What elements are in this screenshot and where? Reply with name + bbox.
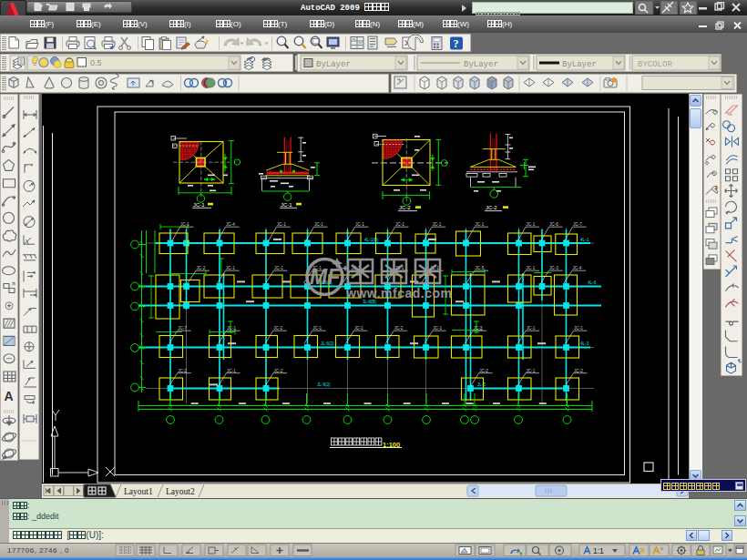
svg-text:?: ? (454, 37, 459, 50)
svg-text:JC-2: JC-2 (394, 326, 404, 331)
svg-text:0.5: 0.5 (90, 58, 102, 67)
svg-text:A: A (5, 389, 14, 403)
svg-text:JC-5: JC-5 (476, 266, 485, 270)
svg-text:JC-1: JC-1 (312, 326, 322, 331)
svg-text:JC-7: JC-7 (573, 222, 582, 227)
svg-text:JC-4: JC-4 (226, 222, 235, 227)
svg-text:JC-2: JC-2 (197, 266, 206, 270)
svg-text:4L-1(B): 4L-1(B) (364, 238, 379, 242)
svg-text:JC-1: JC-1 (314, 222, 323, 227)
svg-text:JC-2: JC-2 (178, 369, 187, 373)
svg-text:JC-1: JC-1 (274, 266, 283, 270)
svg-text:JC-1: JC-1 (227, 369, 236, 373)
svg-text:BYCOLOR: BYCOLOR (638, 60, 672, 69)
svg-text:ByLayer: ByLayer (562, 60, 597, 69)
svg-text:JC-1: JC-1 (476, 222, 485, 227)
svg-text:JC-1: JC-1 (180, 222, 189, 227)
svg-text:JL-9(2): JL-9(2) (317, 382, 331, 387)
svg-text:JC-1: JC-1 (527, 369, 536, 373)
svg-text:4L-3: 4L-3 (580, 341, 589, 346)
svg-text:ByLayer: ByLayer (464, 60, 498, 69)
svg-text:JC-3: JC-3 (474, 326, 483, 331)
svg-text:JC-1: JC-1 (574, 326, 583, 331)
svg-text:JC-1: JC-1 (354, 326, 363, 331)
svg-text:JC-1: JC-1 (527, 222, 536, 227)
svg-text:JC-2: JC-2 (399, 205, 411, 210)
svg-text:JC-2: JC-2 (274, 369, 283, 373)
svg-text:JC-1: JC-1 (281, 202, 292, 208)
svg-text:Layout1: Layout1 (124, 487, 153, 496)
svg-text:Layout2: Layout2 (166, 487, 195, 496)
svg-text:JC-3: JC-3 (549, 266, 558, 270)
svg-text:JC-1: JC-1 (355, 222, 364, 227)
svg-text:1:100: 1:100 (383, 441, 400, 449)
svg-text:JC-1: JC-1 (527, 326, 536, 331)
svg-text:JL-6(2): JL-6(2) (321, 341, 334, 346)
svg-text:4L-1: 4L-1 (580, 238, 589, 242)
svg-text:JC-1: JC-1 (433, 326, 442, 331)
svg-text:4L-6: 4L-6 (588, 280, 597, 285)
svg-text:JC-1: JC-1 (226, 266, 235, 270)
svg-text:JC-1: JC-1 (277, 222, 286, 227)
svg-text:JC-2: JC-2 (479, 369, 488, 373)
svg-text:JC-2: JC-2 (486, 205, 497, 210)
svg-text:JC-2: JC-2 (574, 369, 583, 373)
svg-text:JC-1: JC-1 (433, 222, 442, 227)
svg-text:JC-1: JC-1 (193, 202, 205, 208)
svg-text:JC-1: JC-1 (227, 326, 236, 331)
svg-text:JC-1: JC-1 (395, 222, 404, 227)
svg-text:ByLayer: ByLayer (316, 60, 351, 69)
svg-text:JC-6: JC-6 (549, 222, 558, 227)
svg-text:JC-7: JC-7 (178, 326, 187, 331)
svg-text:JL-5: JL-5 (477, 382, 486, 387)
svg-text:www.mfcad.com: www.mfcad.com (345, 286, 452, 300)
svg-text:JC-4: JC-4 (573, 266, 582, 270)
svg-text:JC-2: JC-2 (273, 326, 282, 331)
svg-text:1:1: 1:1 (593, 546, 604, 555)
svg-text:MF: MF (310, 265, 341, 289)
svg-text:JC-1: JC-1 (527, 266, 536, 270)
